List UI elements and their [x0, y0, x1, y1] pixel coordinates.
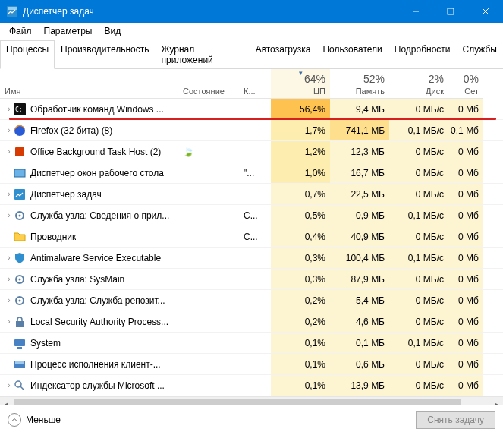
net-pct: 0%: [464, 73, 479, 85]
process-name-cell[interactable]: System: [0, 333, 178, 353]
scrollbar-thumb[interactable]: [14, 399, 461, 405]
cpu-label: ЦП: [313, 87, 325, 96]
svg-point-13: [19, 214, 21, 216]
col-status[interactable]: Состояние: [178, 69, 239, 99]
expand-icon[interactable]: ›: [5, 317, 14, 326]
col-key[interactable]: К...: [239, 69, 271, 99]
column-header: Имя Состояние К... ▾ 64% ЦП 52% Память 2…: [0, 69, 503, 99]
leaf-icon: 🍃: [183, 147, 194, 157]
mem-pct: 52%: [363, 73, 385, 85]
table-row[interactable]: Диспетчер окон рабочего стола"...1,0%16,…: [0, 162, 503, 184]
window-title: Диспетчер задач: [23, 0, 398, 23]
expand-icon[interactable]: ›: [5, 254, 14, 262]
tab-services[interactable]: Службы: [457, 40, 503, 69]
col-memory[interactable]: 52% Память: [330, 69, 389, 99]
process-name-cell[interactable]: Процесс исполнения клиент-...: [0, 354, 178, 374]
expand-icon[interactable]: ›: [5, 381, 14, 390]
table-row[interactable]: ›Служба узла: Сведения о прил...С...0,5%…: [0, 205, 503, 226]
disk-cell: 0 МБ/с: [389, 290, 448, 311]
tab-users[interactable]: Пользователи: [316, 40, 388, 69]
expand-icon[interactable]: ›: [5, 147, 14, 156]
close-button[interactable]: [468, 0, 503, 23]
expand-icon[interactable]: ›: [5, 211, 14, 219]
mem-label: Память: [356, 87, 385, 96]
tab-performance[interactable]: Производительность: [55, 40, 155, 69]
fewer-details-button[interactable]: Меньше: [8, 413, 61, 427]
process-name-cell[interactable]: ›C:Обработчик команд Windows ...: [0, 99, 178, 119]
minimize-button[interactable]: [398, 0, 433, 23]
tab-details[interactable]: Подробности: [388, 40, 457, 69]
process-grid[interactable]: Имя Состояние К... ▾ 64% ЦП 52% Память 2…: [0, 69, 503, 405]
process-name: Firefox (32 бита) (8): [30, 125, 112, 136]
svg-line-24: [20, 386, 24, 390]
tab-processes[interactable]: Процессы: [0, 40, 55, 69]
cpu-cell: 0,2%: [271, 311, 330, 332]
process-name-cell[interactable]: ›Диспетчер задач: [0, 184, 178, 204]
process-name-cell[interactable]: Диспетчер окон рабочего стола: [0, 162, 178, 183]
status-cell: [178, 226, 239, 247]
scroll-left-icon[interactable]: ◂: [0, 397, 13, 405]
scroll-right-icon[interactable]: ▸: [490, 397, 503, 405]
horizontal-scrollbar[interactable]: ◂ ▸: [0, 396, 503, 405]
expand-icon[interactable]: ›: [5, 126, 14, 134]
network-cell: 0 Мб: [448, 162, 483, 183]
tabs: Процессы Производительность Журнал прило…: [0, 39, 503, 69]
process-name-cell[interactable]: ›Служба узла: Служба репозит...: [0, 290, 178, 311]
disk-pct: 2%: [429, 73, 444, 85]
network-cell: 0 Мб: [448, 226, 483, 247]
table-row[interactable]: System0,1%0,1 МБ0,1 МБ/с0 Мб: [0, 333, 503, 354]
table-row[interactable]: ›Индексатор службы Microsoft ...0,1%13,9…: [0, 375, 503, 396]
table-row[interactable]: ›Служба узла: Служба репозит...0,2%5,4 М…: [0, 290, 503, 311]
process-name-cell[interactable]: ›Antimalware Service Executable: [0, 248, 178, 268]
maximize-button[interactable]: [433, 0, 468, 23]
disk-cell: 0 МБ/с: [389, 269, 448, 289]
cpu-cell: 0,1%: [271, 333, 330, 353]
disk-cell: 0 МБ/с: [389, 99, 448, 119]
table-row[interactable]: ›Local Security Authority Process...0,2%…: [0, 311, 503, 333]
process-name-cell[interactable]: Проводник: [0, 226, 178, 247]
cpu-cell: 0,7%: [271, 184, 330, 204]
process-name-cell[interactable]: ›Local Security Authority Process...: [0, 311, 178, 332]
expand-icon[interactable]: ›: [5, 190, 14, 198]
disk-cell: 0 МБ/с: [389, 184, 448, 204]
table-row[interactable]: ›C:Обработчик команд Windows ...56,4%9,4…: [0, 99, 503, 120]
process-icon: [14, 167, 26, 179]
process-name-cell[interactable]: ›Индексатор службы Microsoft ...: [0, 375, 178, 396]
process-name-cell[interactable]: ›Служба узла: Сведения о прил...: [0, 205, 178, 226]
table-row[interactable]: ПроводникС...0,4%40,9 МБ0 МБ/с0 Мб: [0, 226, 503, 248]
process-name-cell[interactable]: ›Служба узла: SysMain: [0, 269, 178, 289]
col-name[interactable]: Имя: [0, 69, 178, 99]
process-name-cell[interactable]: ›Firefox (32 бита) (8): [0, 120, 178, 140]
expand-icon[interactable]: ›: [5, 296, 14, 304]
table-row[interactable]: Процесс исполнения клиент-...0,1%0,6 МБ0…: [0, 354, 503, 375]
expand-icon[interactable]: ›: [5, 275, 14, 283]
table-row[interactable]: ›Диспетчер задач0,7%22,5 МБ0 МБ/с0 Мб: [0, 184, 503, 205]
tab-apphistory[interactable]: Журнал приложений: [156, 40, 250, 69]
table-row[interactable]: ›Служба узла: SysMain0,3%87,9 МБ0 МБ/с0 …: [0, 269, 503, 290]
expand-icon[interactable]: ›: [5, 105, 14, 113]
memory-cell: 40,9 МБ: [330, 226, 389, 247]
end-task-button[interactable]: Снять задачу: [416, 411, 495, 429]
process-name-cell[interactable]: ›Office Background Task Host (2): [0, 141, 178, 162]
cpu-cell: 0,3%: [271, 269, 330, 289]
process-name: Antimalware Service Executable: [30, 253, 161, 263]
cpu-cell: 0,2%: [271, 290, 330, 311]
memory-cell: 16,7 МБ: [330, 162, 389, 183]
col-disk[interactable]: 2% Диск: [389, 69, 448, 99]
table-row[interactable]: ›Antimalware Service Executable0,3%100,4…: [0, 248, 503, 269]
table-row[interactable]: ›Office Background Task Host (2)🍃1,2%12,…: [0, 141, 503, 162]
menu-options[interactable]: Параметры: [38, 24, 99, 38]
svg-rect-3: [448, 8, 454, 14]
cpu-cell: 0,5%: [271, 205, 330, 226]
footer: Меньше Снять задачу: [0, 405, 503, 434]
col-network[interactable]: 0% Сет: [448, 69, 483, 99]
network-cell: 0 Мб: [448, 99, 483, 119]
menu-view[interactable]: Вид: [98, 24, 127, 38]
menu-file[interactable]: Файл: [3, 24, 38, 38]
table-row[interactable]: ›Firefox (32 бита) (8)1,7%741,1 МБ0,1 МБ…: [0, 120, 503, 141]
process-name: Проводник: [30, 232, 76, 242]
col-cpu[interactable]: ▾ 64% ЦП: [271, 69, 330, 99]
key-cell: [239, 248, 271, 268]
network-cell: 0 Мб: [448, 248, 483, 268]
tab-startup[interactable]: Автозагрузка: [250, 40, 317, 69]
